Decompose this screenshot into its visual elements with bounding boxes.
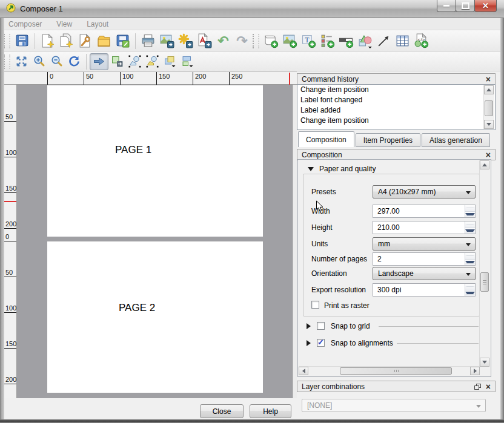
command-history-header[interactable]: Command history × [297,73,496,85]
scroll-up-button[interactable] [484,85,494,94]
scrollbar-thumb[interactable] [480,272,489,292]
orientation-dropdown[interactable]: Landscape [373,267,476,280]
tab-composition[interactable]: Composition [298,131,354,147]
height-spinbox[interactable]: 210.00 [373,221,476,234]
close-button[interactable]: Close [200,404,244,418]
composition-hscrollbar[interactable] [299,366,480,376]
expand-arrow-icon[interactable] [307,323,311,329]
history-scrollbar[interactable] [483,85,494,129]
snap-to-alignments-checkbox[interactable] [317,339,325,347]
scroll-left-button[interactable] [299,367,308,375]
tab-atlas-generation[interactable]: Atlas generation [422,133,490,147]
add-legend-button[interactable] [318,32,337,50]
export-svg-button[interactable] [176,32,195,50]
undo-button[interactable]: ↶ [214,32,233,50]
spin-buttons[interactable] [465,205,475,217]
canvas-scrollbar[interactable] [293,85,297,398]
add-html-frame-button[interactable]: </> [412,32,431,50]
snap-to-grid-checkbox[interactable] [317,322,325,330]
titlebar[interactable]: Composer 1 ✕ [0,0,504,18]
spin-buttons[interactable] [465,253,475,265]
scroll-down-button[interactable] [484,120,494,129]
add-scalebar-button[interactable] [337,32,356,50]
page-2-label[interactable]: PAGE 2 [119,302,155,314]
toolbar-handle[interactable] [253,34,259,48]
select-move-item-button[interactable] [90,53,108,70]
zoom-out-button[interactable] [48,54,65,70]
spin-buttons[interactable] [465,221,475,234]
history-item[interactable]: Label added [297,105,495,116]
units-dropdown[interactable]: mm [373,237,476,251]
export-resolution-spinbox[interactable]: 300 dpi [373,283,476,297]
scrollbar-thumb[interactable] [485,100,493,116]
number-of-pages-spinbox[interactable]: 2 [373,252,476,266]
ungroup-items-button[interactable] [144,54,161,70]
page-1[interactable]: PAGE 1 [47,85,263,237]
history-item[interactable]: Change item position [297,116,495,126]
refresh-view-button[interactable] [65,54,83,70]
composition-vscrollbar[interactable] [479,160,490,367]
add-arrow-button[interactable] [374,32,393,50]
tab-item-properties[interactable]: Item Properties [356,133,420,147]
add-label-button[interactable]: T [299,32,318,50]
window-border[interactable] [500,18,504,419]
collapse-arrow-icon[interactable] [308,167,314,171]
close-window-button[interactable]: ✕ [474,0,497,12]
zoom-full-button[interactable] [13,54,30,70]
close-panel-icon[interactable]: × [486,75,491,84]
paper-quality-title[interactable]: Paper and quality [304,165,379,173]
align-items-button[interactable] [179,54,196,70]
save-project-button[interactable] [13,32,31,50]
move-item-content-button[interactable] [108,54,126,70]
window-border[interactable] [0,18,4,419]
add-attribute-table-button[interactable] [393,32,412,50]
layer-combinations-header[interactable]: Layer combinations × [297,381,496,392]
maximize-button[interactable] [456,0,475,12]
expand-arrow-icon[interactable] [307,340,311,346]
separator-line [397,343,479,344]
export-pdf-button[interactable] [195,32,214,50]
group-items-button[interactable] [126,54,144,70]
menu-layout[interactable]: Layout [87,20,108,28]
align-items-icon [181,55,194,68]
scroll-right-button[interactable] [470,367,480,375]
print-button[interactable] [139,32,158,50]
add-map-button[interactable] [262,32,280,50]
layer-combinations-dropdown[interactable]: [NONE] [302,399,486,412]
raise-items-button[interactable] [161,54,179,70]
menu-view[interactable]: View [56,20,72,28]
redo-button[interactable]: ↷ [233,32,251,50]
presets-label: Presets [311,188,336,196]
new-composition-button[interactable] [38,32,57,50]
history-item[interactable]: Label font changed [297,95,495,105]
load-template-button[interactable] [94,32,113,50]
spin-buttons[interactable] [465,284,475,296]
toolbar-handle[interactable] [4,54,10,69]
duplicate-composition-button[interactable] [57,32,76,50]
presets-dropdown[interactable]: A4 (210x297 mm) [373,185,476,198]
help-button[interactable]: Help [250,404,291,418]
history-item[interactable]: Change item position [297,85,495,95]
window-border[interactable] [0,419,504,423]
width-spinbox[interactable]: 297.00 [373,205,476,218]
command-history-list[interactable]: Change item position Label font changed … [297,84,496,130]
menu-composer[interactable]: Composer [8,20,42,28]
close-panel-icon[interactable]: × [486,382,491,391]
composer-manager-button[interactable] [76,32,94,50]
scroll-up-button[interactable] [480,160,489,169]
zoom-in-button[interactable] [30,54,48,70]
close-panel-icon[interactable]: × [486,151,491,159]
toolbar-handle[interactable] [4,34,10,48]
minimize-button[interactable] [437,0,456,12]
page-1-label[interactable]: PAGE 1 [115,144,151,156]
export-image-button[interactable] [158,32,176,50]
add-image-button[interactable] [280,32,299,50]
composition-canvas[interactable]: PAGE 1 PAGE 2 [17,85,293,398]
save-template-button[interactable] [113,32,132,50]
print-as-raster-checkbox[interactable] [311,301,319,309]
scrollbar-thumb[interactable] [340,367,452,375]
scroll-down-button[interactable] [480,358,489,367]
float-panel-icon[interactable] [474,384,481,390]
add-shape-button[interactable] [356,32,374,50]
page-2[interactable]: PAGE 2 [47,241,263,393]
